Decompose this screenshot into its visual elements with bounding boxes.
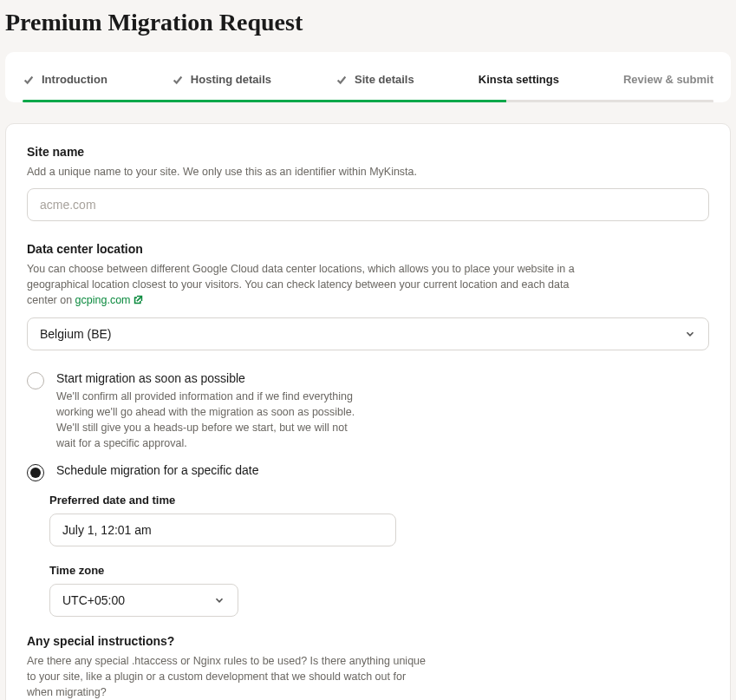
radio-asap-row: Start migration as soon as possible We'l… xyxy=(27,371,709,452)
field-datacenter: Data center location You can choose betw… xyxy=(27,242,709,350)
special-help: Are there any special .htaccess or Nginx… xyxy=(27,653,434,700)
datacenter-label: Data center location xyxy=(27,242,709,256)
stepper: Introduction Hosting details Site detail… xyxy=(23,73,713,86)
radio-scheduled-row: Schedule migration for a specific date xyxy=(27,463,709,481)
preferred-date-label: Preferred date and time xyxy=(49,494,709,507)
radio-asap-help: We'll confirm all provided information a… xyxy=(56,389,368,452)
radio-scheduled-label: Schedule migration for a specific date xyxy=(56,463,709,477)
step-introduction[interactable]: Introduction xyxy=(23,73,107,86)
scheduled-sub-fields: Preferred date and time Time zone UTC+05… xyxy=(49,494,709,617)
external-link-icon xyxy=(134,295,143,304)
chevron-down-icon xyxy=(213,594,225,606)
check-icon xyxy=(172,74,184,86)
site-name-label: Site name xyxy=(27,145,709,159)
step-label: Introduction xyxy=(42,73,107,86)
step-label: Site details xyxy=(355,73,414,86)
site-name-help: Add a unique name to your site. We only … xyxy=(27,164,582,180)
progress-done xyxy=(23,100,506,102)
radio-asap[interactable] xyxy=(27,372,44,389)
datacenter-select[interactable]: Belgium (BE) xyxy=(27,317,709,350)
timezone-label: Time zone xyxy=(49,564,709,577)
step-label: Kinsta settings xyxy=(479,73,559,86)
special-label: Any special instructions? xyxy=(27,634,709,648)
gcping-link[interactable]: gcping.com xyxy=(75,294,143,306)
migration-timing-group: Start migration as soon as possible We'l… xyxy=(27,371,709,618)
stepper-progress xyxy=(23,100,713,102)
stepper-card: Introduction Hosting details Site detail… xyxy=(5,52,731,102)
radio-scheduled[interactable] xyxy=(27,464,44,481)
site-name-input[interactable] xyxy=(27,188,709,221)
step-label: Review & submit xyxy=(623,73,713,86)
form-card: Site name Add a unique name to your site… xyxy=(5,123,731,700)
chevron-down-icon xyxy=(684,328,696,340)
field-special-instructions: Any special instructions? Are there any … xyxy=(27,634,709,700)
datacenter-selected-value: Belgium (BE) xyxy=(40,327,111,341)
field-site-name: Site name Add a unique name to your site… xyxy=(27,145,709,221)
check-icon xyxy=(23,74,35,86)
datacenter-help: You can choose between different Google … xyxy=(27,261,582,308)
preferred-date-input[interactable] xyxy=(49,514,396,546)
check-icon xyxy=(335,74,348,86)
progress-remaining xyxy=(506,100,713,102)
step-review-submit[interactable]: Review & submit xyxy=(623,73,713,86)
timezone-select[interactable]: UTC+05:00 xyxy=(49,584,238,617)
timezone-value: UTC+05:00 xyxy=(62,593,125,607)
radio-asap-label: Start migration as soon as possible xyxy=(56,371,709,385)
step-kinsta-settings[interactable]: Kinsta settings xyxy=(479,73,559,86)
step-site-details[interactable]: Site details xyxy=(335,73,414,86)
page-title: Premium Migration Request xyxy=(0,0,736,52)
step-label: Hosting details xyxy=(191,73,271,86)
step-hosting-details[interactable]: Hosting details xyxy=(172,73,271,86)
